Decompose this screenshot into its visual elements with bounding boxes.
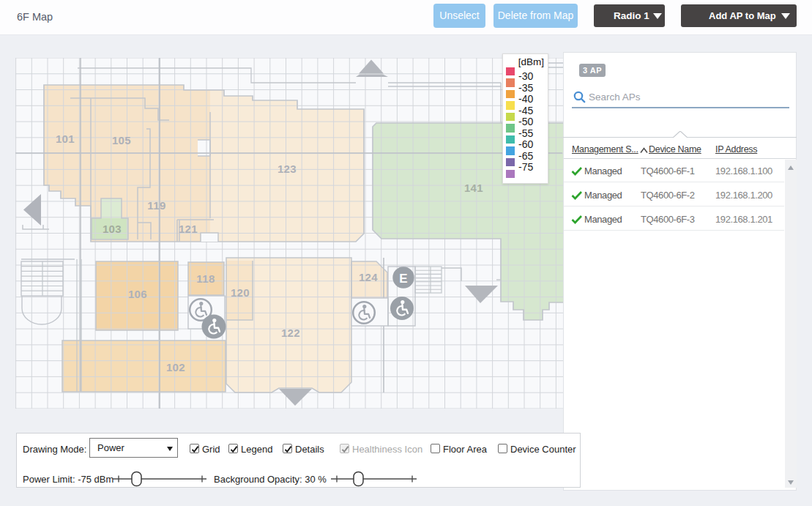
svg-text:119: 119 <box>147 199 165 212</box>
svg-text:102: 102 <box>166 361 185 373</box>
svg-text:123: 123 <box>278 163 297 175</box>
svg-text:122: 122 <box>281 327 300 339</box>
svg-text:118: 118 <box>196 272 215 285</box>
svg-text:103: 103 <box>103 223 122 235</box>
svg-text:E: E <box>399 272 407 286</box>
svg-text:120: 120 <box>231 286 250 299</box>
svg-text:141: 141 <box>464 182 483 194</box>
svg-text:124: 124 <box>359 271 378 283</box>
svg-text:101: 101 <box>56 133 75 145</box>
svg-text:106: 106 <box>128 288 147 300</box>
svg-text:121: 121 <box>179 223 198 235</box>
svg-text:105: 105 <box>112 134 131 146</box>
